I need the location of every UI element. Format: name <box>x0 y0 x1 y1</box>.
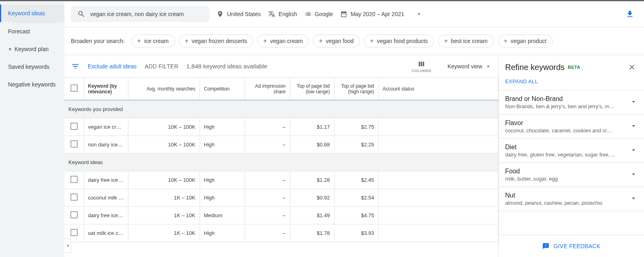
row-checkbox[interactable] <box>70 176 78 183</box>
language-selector[interactable]: English <box>268 10 297 18</box>
add-filter-button[interactable]: ADD FILTER <box>144 63 178 70</box>
chip-ice-cream[interactable]: +ice cream <box>131 35 175 47</box>
avg-cell: 1K – 10K <box>128 206 200 224</box>
row-checkbox[interactable] <box>70 140 78 148</box>
row-checkbox[interactable] <box>70 211 78 218</box>
refine-category-sub: almond, peanut, cashew, pecan, pistachio <box>505 200 630 206</box>
row-checkbox[interactable] <box>70 229 78 236</box>
table-row[interactable]: coconut milk i… 1K – 10K High – $0.92 $2… <box>64 189 498 206</box>
competition-cell: High <box>200 224 245 242</box>
keyword-cell: non dairy ice … <box>84 136 128 153</box>
location-icon <box>217 10 224 18</box>
sidebar-item-keyword-plan[interactable]: ▼ Keyword plan <box>0 40 64 58</box>
impression-cell: – <box>245 171 290 189</box>
chevron-down-icon <box>630 98 638 106</box>
refine-category-flavor[interactable]: Flavor coconut, chocolate, caramel, cook… <box>499 115 644 139</box>
table-row[interactable]: non dairy ice … 10K – 100K High – $0.88 … <box>64 136 498 153</box>
keyword-view-dropdown[interactable]: Keyword view <box>448 63 492 70</box>
give-feedback-button[interactable]: GIVE FEEDBACK <box>499 235 644 257</box>
header-impression[interactable]: Ad impression share <box>245 78 290 100</box>
avg-cell: 10K – 100K <box>128 118 200 136</box>
network-label: Google <box>315 11 333 17</box>
account-cell <box>378 171 498 189</box>
refine-category-title: Food <box>505 168 630 175</box>
sidebar-item-saved-keywords[interactable]: Saved keywords <box>0 58 64 76</box>
competition-cell: High <box>200 136 245 153</box>
sidebar-item-keyword-ideas[interactable]: Keyword ideas <box>0 4 64 22</box>
exclude-adult-ideas[interactable]: Exclude adult ideas <box>88 63 136 70</box>
refine-category-food[interactable]: Food milk, butter, sugar, egg <box>499 163 644 187</box>
feedback-icon <box>542 243 549 250</box>
date-range-selector[interactable]: May 2020 – Apr 2021 <box>340 10 423 18</box>
chip-vegan-food[interactable]: +vegan food <box>313 35 360 47</box>
header-competition[interactable]: Competition <box>200 78 245 100</box>
search-input[interactable] <box>90 11 203 17</box>
header-keyword[interactable]: Keyword (by relevance) <box>84 78 128 100</box>
table-row[interactable]: dairy free ice … 10K – 100K High – $1.28… <box>64 171 498 189</box>
keyword-cell: dairy free ice … <box>84 171 128 189</box>
refine-category-nut[interactable]: Nut almond, peanut, cashew, pecan, pista… <box>499 187 644 211</box>
table-row[interactable]: oat milk ice cr… 1K – 10K High – $1.78 $… <box>64 224 498 242</box>
table-row[interactable]: dairy free ice … 1K – 10K Medium – $1.49… <box>64 206 498 224</box>
bid-low-cell: $1.78 <box>290 224 334 242</box>
bid-low-cell: $0.92 <box>290 189 334 206</box>
view-label: Keyword view <box>448 63 482 70</box>
network-icon <box>304 10 312 18</box>
refine-category-brand[interactable]: Brand or Non-Brand Non-Brands, ben & jer… <box>499 90 644 115</box>
sidebar-item-forecast[interactable]: Forecast <box>0 23 64 40</box>
chevron-down-icon <box>630 170 638 178</box>
date-range-label: May 2020 – Apr 2021 <box>351 11 404 17</box>
header-bid-high[interactable]: Top of page bid (high range) <box>334 78 378 100</box>
impression-cell: – <box>245 189 290 206</box>
avg-cell: 10K – 100K <box>128 136 200 153</box>
dropdown-icon <box>485 63 492 70</box>
select-all-checkbox[interactable] <box>70 84 78 92</box>
chevron-left-icon <box>65 243 70 249</box>
sidebar-item-negative-keywords[interactable]: Negative keywords <box>0 76 64 93</box>
bid-high-cell: $2.54 <box>334 189 378 206</box>
network-selector[interactable]: Google <box>304 10 333 18</box>
sidebar: Keyword ideas Forecast ▼ Keyword plan Sa… <box>0 1 64 257</box>
search-box[interactable] <box>71 6 209 22</box>
plus-icon: + <box>263 37 267 45</box>
bid-low-cell: $1.49 <box>290 206 334 224</box>
plus-icon: + <box>504 37 508 45</box>
header-account[interactable]: Account status <box>378 78 498 100</box>
chip-vegan-food-products[interactable]: +vegan food products <box>364 35 434 47</box>
columns-button[interactable]: COLUMNS <box>412 60 431 73</box>
keyword-cell: coconut milk i… <box>84 189 128 206</box>
header-bid-low[interactable]: Top of page bid (low range) <box>290 78 334 100</box>
refine-category-sub: dairy free, gluten free, vegetarian, sug… <box>505 152 630 158</box>
download-button[interactable] <box>625 10 634 19</box>
table-row[interactable]: vegan ice cre… 10K – 100K High – $1.17 $… <box>64 118 498 136</box>
competition-cell: Medium <box>200 206 245 224</box>
expand-all-button[interactable]: EXPAND ALL <box>499 76 644 90</box>
account-cell <box>378 118 498 136</box>
bid-high-cell: $2.45 <box>334 171 378 189</box>
chip-vegan-product[interactable]: +vegan product <box>498 35 553 47</box>
row-checkbox[interactable] <box>70 123 78 130</box>
close-icon <box>628 63 636 71</box>
bid-low-cell: $1.17 <box>290 118 334 136</box>
location-selector[interactable]: United States <box>217 10 261 18</box>
refine-category-diet[interactable]: Diet dairy free, gluten free, vegetarian… <box>499 139 644 163</box>
row-checkbox[interactable] <box>70 193 78 201</box>
chip-best-ice-cream[interactable]: +best ice cream <box>438 35 493 47</box>
impression-cell: – <box>245 206 290 224</box>
competition-cell: High <box>200 189 245 206</box>
refine-category-title: Brand or Non-Brand <box>505 95 630 103</box>
account-cell <box>378 206 498 224</box>
language-label: English <box>279 11 297 17</box>
sidebar-item-label: Keyword plan <box>14 46 49 52</box>
chip-vegan-cream[interactable]: +vegan cream <box>257 35 309 47</box>
caret-down-icon: ▼ <box>8 47 12 51</box>
account-cell <box>378 136 498 153</box>
collapse-sidebar-toggle[interactable] <box>64 238 71 253</box>
filter-icon[interactable] <box>71 62 80 71</box>
plus-icon: + <box>444 37 448 45</box>
chip-vegan-frozen-desserts[interactable]: +vegan frozen desserts <box>179 35 253 47</box>
chevron-down-icon <box>630 122 638 130</box>
header-avg[interactable]: Avg. monthly searches <box>128 78 200 100</box>
refine-category-sub: milk, butter, sugar, egg <box>505 176 630 182</box>
close-button[interactable] <box>626 62 638 73</box>
